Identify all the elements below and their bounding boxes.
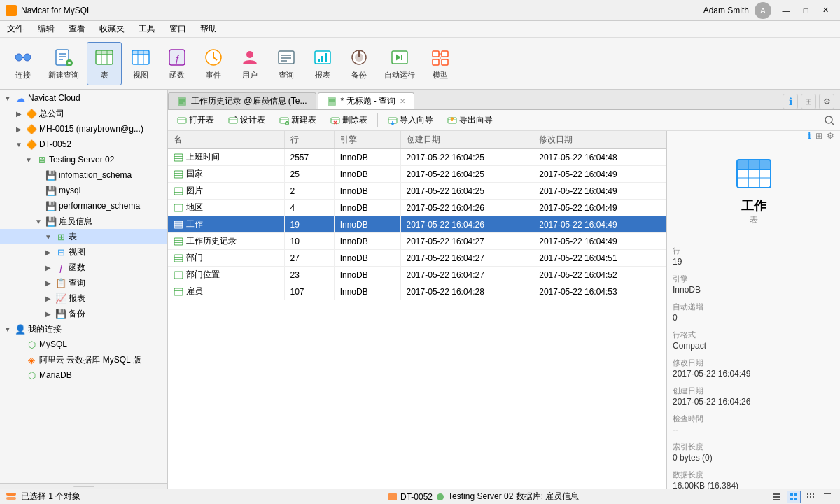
search-button[interactable] (822, 113, 837, 128)
col-rows[interactable]: 行 (284, 131, 334, 149)
sidebar-item-report2[interactable]: ▶ 📈 报表 (0, 290, 167, 306)
menu-window[interactable]: 窗口 (162, 21, 193, 37)
tool-backup[interactable]: 备份 (342, 42, 377, 85)
design-table-button[interactable]: 设计表 (222, 112, 272, 129)
new-table-button[interactable]: 新建表 (273, 112, 323, 129)
menu-tools[interactable]: 工具 (132, 21, 162, 37)
sidebar-resize-handle[interactable] (0, 483, 167, 489)
tab-query[interactable]: * 无标题 - 查询 ✕ (318, 92, 415, 109)
sidebar-item-table[interactable]: ▼ ⊞ 表 (0, 229, 167, 244)
menu-file[interactable]: 文件 (0, 21, 31, 37)
tool-report[interactable]: 报表 (305, 42, 340, 85)
table-row[interactable]: 图片2InnoDB2017-05-22 16:04:252017-05-22 1… (168, 183, 666, 200)
table-row[interactable]: 雇员107InnoDB2017-05-22 16:04:282017-05-22… (168, 284, 666, 300)
sidebar-item-infomation[interactable]: 💾 infomation_schema (0, 167, 167, 183)
tool-new-query[interactable]: 新建查询 (42, 42, 85, 85)
sidebar-item-performance[interactable]: 💾 performance_schema (0, 198, 167, 214)
status-view-detail[interactable] (787, 491, 801, 503)
tool-user[interactable]: 用户 (232, 42, 267, 85)
expand-yuyuan[interactable]: ▼ (34, 218, 43, 225)
col-engine[interactable]: 引擎 (334, 131, 400, 149)
menu-view[interactable]: 查看 (62, 21, 92, 37)
infomation-label: infomation_schema (59, 170, 132, 180)
expand-query2[interactable]: ▶ (43, 279, 53, 287)
col-name[interactable]: 名 (168, 131, 284, 149)
sidebar-item-backup2[interactable]: ▶ 💾 备份 (0, 306, 167, 321)
expand-mh[interactable]: ▶ (14, 125, 24, 133)
tab-history[interactable]: 工作历史记录 @雇员信息 (Te... (168, 92, 316, 109)
export-wizard-button[interactable]: 导出向导 (441, 112, 499, 129)
info-data-length-label: 数据长度 (673, 470, 834, 480)
sidebar-item-mysql-conn[interactable]: ⬡ MySQL (0, 337, 167, 352)
expand-navicat-cloud[interactable]: ▼ (3, 94, 13, 102)
status-view-list[interactable] (770, 491, 784, 503)
col-modified[interactable]: 修改日期 (533, 131, 666, 149)
sidebar-item-mysql[interactable]: 💾 mysql (0, 183, 167, 198)
expand-backup2[interactable]: ▶ (43, 310, 53, 318)
open-table-button[interactable]: 打开表 (171, 112, 220, 129)
cell-modified: 2017-05-22 16:04:53 (533, 284, 666, 300)
tab-query-close[interactable]: ✕ (400, 97, 405, 105)
close-button[interactable]: ✕ (816, 4, 834, 18)
table-row[interactable]: 部门27InnoDB2017-05-22 16:04:272017-05-22 … (168, 250, 666, 267)
navicat-cloud-icon: ☁ (15, 92, 26, 104)
menu-edit[interactable]: 编辑 (31, 21, 62, 37)
tool-table[interactable]: 表 (87, 42, 122, 85)
table-row[interactable]: 地区4InnoDB2017-05-22 16:04:262017-05-22 1… (168, 200, 666, 216)
sidebar-item-mh[interactable]: ▶ 🔶 MH-0015 (marybrown@g...) (0, 121, 167, 136)
sidebar-item-company[interactable]: ▶ 🔶 总公司 (0, 106, 167, 121)
mh-icon: 🔶 (26, 123, 37, 134)
table-row[interactable]: 工作历史记录10InnoDB2017-05-22 16:04:272017-05… (168, 233, 666, 250)
info-icon: ℹ (789, 96, 792, 107)
grid-view-button[interactable]: ⊞ (801, 94, 816, 109)
cell-name: 部门位置 (168, 267, 284, 284)
minimize-button[interactable]: — (777, 4, 795, 18)
sidebar-item-dt[interactable]: ▼ 🔶 DT-0052 (0, 136, 167, 152)
expand-dt[interactable]: ▼ (14, 141, 24, 148)
tool-function[interactable]: ƒ 函数 (160, 42, 195, 85)
tool-model[interactable]: 模型 (423, 42, 458, 85)
col-created[interactable]: 创建日期 (400, 131, 533, 149)
tool-view[interactable]: 视图 (123, 42, 158, 85)
sidebar-item-view[interactable]: ▶ ⊟ 视图 (0, 244, 167, 260)
table-row[interactable]: 国家25InnoDB2017-05-22 16:04:252017-05-22 … (168, 166, 666, 183)
sidebar-item-mariadb[interactable]: ⬡ MariaDB (0, 368, 167, 383)
sidebar-item-func[interactable]: ▶ ƒ 函数 (0, 260, 167, 275)
tool-auto-run[interactable]: 自动运行 (378, 42, 421, 85)
delete-table-button[interactable]: 删除表 (324, 112, 374, 129)
sidebar-item-aliyun[interactable]: ◈ 阿里云 云数据库 MySQL 版 (0, 352, 167, 368)
cell-rows: 27 (284, 250, 334, 267)
menu-help[interactable]: 帮助 (193, 21, 224, 37)
status-view-compact[interactable] (820, 491, 834, 503)
table-row[interactable]: 工作19InnoDB2017-05-22 16:04:262017-05-22 … (168, 216, 666, 233)
status-view-grid[interactable] (804, 491, 818, 503)
expand-report2[interactable]: ▶ (43, 295, 53, 302)
expand-company[interactable]: ▶ (14, 110, 24, 118)
expand-testing[interactable]: ▼ (24, 156, 34, 164)
sidebar-item-my-conn[interactable]: ▼ 👤 我的连接 (0, 321, 167, 337)
mariadb-icon: ⬡ (26, 370, 37, 381)
info-button[interactable]: ℹ (783, 94, 798, 109)
expand-view[interactable]: ▶ (43, 248, 53, 256)
tool-query[interactable]: 查询 (269, 42, 304, 85)
menu-favorites[interactable]: 收藏夹 (92, 21, 132, 37)
import-wizard-button[interactable]: 导入向导 (382, 112, 440, 129)
expand-table[interactable]: ▼ (43, 233, 53, 241)
tool-connect[interactable]: 连接 (6, 42, 41, 85)
settings-button[interactable]: ⚙ (819, 94, 834, 109)
table-row[interactable]: 部门位置23InnoDB2017-05-22 16:04:272017-05-2… (168, 267, 666, 284)
expand-my-conn[interactable]: ▼ (3, 326, 13, 333)
expand-func[interactable]: ▶ (43, 264, 53, 272)
sidebar-item-yuyuan[interactable]: ▼ 💾 雇员信息 (0, 214, 167, 229)
info-grid-icon[interactable]: ⊞ (816, 131, 822, 141)
sidebar-item-query2[interactable]: ▶ 📋 查询 (0, 275, 167, 290)
info-gear-icon[interactable]: ⚙ (827, 131, 834, 141)
table-row[interactable]: 上班时间2557InnoDB2017-05-22 16:04:252017-05… (168, 149, 666, 166)
tool-event[interactable]: 事件 (196, 42, 231, 85)
sidebar-item-navicat-cloud[interactable]: ▼ ☁ Navicat Cloud (0, 90, 167, 106)
info-engine-label: 引擎 (673, 274, 834, 284)
maximize-button[interactable]: □ (797, 4, 815, 18)
grid-detail-view-icon (806, 493, 815, 501)
info-view-icon[interactable]: ℹ (808, 131, 811, 141)
sidebar-item-testing[interactable]: ▼ 🖥 Testing Server 02 (0, 152, 167, 167)
